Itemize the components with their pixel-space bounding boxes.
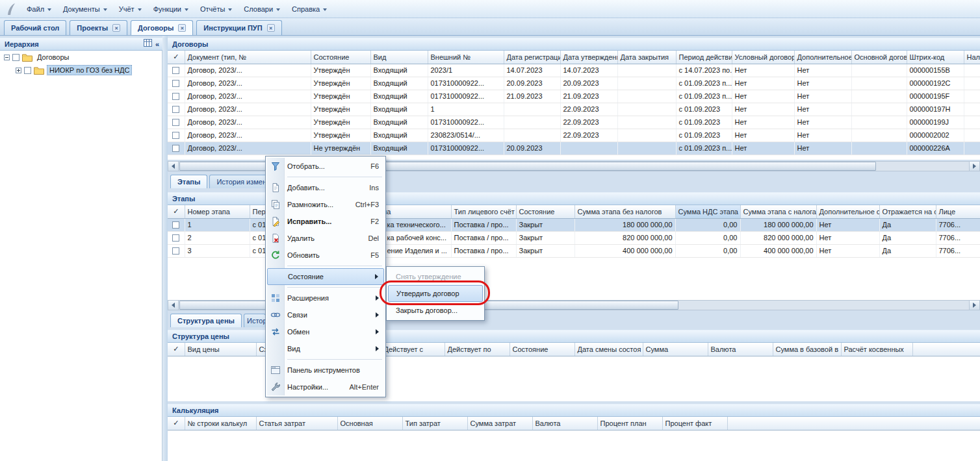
table-row[interactable]: Договор, 2023/...УтверждёнВходящий230823… (168, 129, 980, 142)
close-tab-icon[interactable] (112, 24, 120, 32)
column-header[interactable]: Документ (тип, № (185, 51, 311, 64)
menu-reports[interactable]: Отчёты (194, 3, 238, 16)
table-row[interactable]: Договор, 2023/...УтверждёнВходящий017310… (168, 116, 980, 129)
menu-item-filter[interactable]: Отобрать...F6 (267, 158, 384, 175)
select-all-header[interactable]: ✓ (168, 205, 185, 218)
scroll-right-icon[interactable] (969, 301, 979, 310)
row-checkbox[interactable] (172, 67, 179, 74)
column-header[interactable]: Тип затрат (402, 417, 467, 430)
column-header[interactable]: Дата утверждения (560, 51, 617, 64)
menu-item-approve-contract[interactable]: Утвердить договор (388, 285, 483, 302)
column-header[interactable]: Тип лицевого счёт (451, 205, 516, 218)
column-header[interactable]: Основная (337, 417, 402, 430)
table-row[interactable]: Договор, 2023/...УтверждёнВходящий2023/1… (168, 64, 980, 77)
menu-accounting[interactable]: Учёт (113, 3, 148, 16)
column-header[interactable]: Дата регистрации (504, 51, 560, 64)
tree-node-niokr[interactable]: НИОКР по ГОЗ без НДС (0, 64, 162, 77)
menu-item-state[interactable]: Состояние (267, 268, 384, 285)
menu-file[interactable]: Файл (21, 3, 57, 16)
menu-item-links[interactable]: Связи (267, 306, 384, 323)
menu-item-edit[interactable]: Исправить...F2 (267, 213, 384, 230)
menu-item-delete[interactable]: УдалитьDel (267, 230, 384, 247)
column-header[interactable]: Валюта (532, 417, 597, 430)
menu-item-exchange[interactable]: Обмен (267, 323, 384, 340)
column-header[interactable]: Вид (370, 51, 428, 64)
scroll-right-icon[interactable] (969, 162, 979, 171)
panel-splitter[interactable] (162, 36, 168, 461)
table-row[interactable]: Договор, 2023/...УтверждёнВходящий017310… (168, 77, 980, 90)
row-checkbox[interactable] (172, 234, 179, 242)
tab-pup-instructions[interactable]: Инструкции ПУП (196, 20, 281, 35)
tab-price-structure[interactable]: Структура цены (170, 314, 242, 327)
column-header[interactable]: Нало (964, 51, 980, 64)
collapse-node-icon[interactable] (4, 55, 10, 60)
column-header[interactable]: Отражается на су (879, 205, 936, 218)
table-row[interactable]: Договор, 2023/...Не утверждёнВходящий017… (168, 142, 980, 155)
scroll-left-icon[interactable] (168, 162, 179, 171)
expand-node-icon[interactable] (16, 68, 21, 73)
menu-help[interactable]: Справка (286, 3, 333, 16)
node-checkbox[interactable] (24, 67, 31, 74)
table-row[interactable]: Договор, 2023/...УтверждёнВходящий017310… (168, 90, 980, 103)
column-header[interactable]: Состояние (311, 51, 370, 64)
column-header[interactable]: Процент план (597, 417, 662, 430)
close-tab-icon[interactable] (267, 24, 275, 32)
tree-node-contracts[interactable]: Договоры (0, 51, 162, 64)
row-checkbox[interactable] (172, 221, 179, 229)
column-header[interactable]: Номер этапа (185, 205, 250, 218)
collapse-panel-icon[interactable] (155, 38, 159, 50)
column-header[interactable]: Основной договор (851, 51, 907, 64)
tab-contracts[interactable]: Договоры (131, 20, 193, 35)
tab-desktop[interactable]: Рабочий стол (4, 20, 66, 35)
column-header[interactable]: Сумма (643, 343, 708, 356)
column-header[interactable]: Валюта (708, 343, 773, 356)
column-header[interactable]: Дата смены состоя (574, 343, 643, 356)
menu-item-view[interactable]: Вид (267, 340, 384, 357)
column-header[interactable]: Сумма этапа без налогов (574, 205, 675, 218)
column-header[interactable]: Штрих-код (907, 51, 964, 64)
column-header[interactable] (912, 343, 980, 356)
column-header[interactable]: Статья затрат (256, 417, 337, 430)
tab-price-history[interactable]: История изменений (244, 314, 266, 327)
table-row[interactable]: Договор, 2023/...УтверждёнВходящий122.09… (168, 103, 980, 116)
column-header[interactable]: Дополнительное с (794, 51, 851, 64)
menu-documents[interactable]: Документы (57, 3, 113, 16)
row-checkbox[interactable] (172, 119, 179, 126)
menu-item-refresh[interactable]: ОбновитьF5 (267, 247, 384, 264)
column-header[interactable]: Сумма этапа с налогами (740, 205, 816, 218)
row-checkbox[interactable] (172, 93, 179, 100)
column-header[interactable]: Вид цены (185, 343, 256, 356)
menu-item-close-contract[interactable]: Закрыть договор... (388, 302, 483, 319)
scroll-left-icon[interactable] (168, 301, 179, 310)
column-header[interactable]: Состояние (509, 343, 574, 356)
menu-item-toolbar-panel[interactable]: Панель инструментов (267, 362, 384, 379)
column-header[interactable] (727, 417, 980, 430)
column-header[interactable]: Процент факт (662, 417, 727, 430)
menu-item-settings[interactable]: Настройки...Alt+Enter (267, 379, 384, 395)
column-header[interactable]: Дополнительное с (816, 205, 879, 218)
menu-functions[interactable]: Функции (148, 3, 194, 16)
select-all-header[interactable]: ✓ (168, 51, 185, 64)
column-header[interactable]: Условный договор (732, 51, 794, 64)
tab-stages[interactable]: Этапы (170, 175, 207, 188)
column-header[interactable]: Лице (936, 205, 980, 218)
menu-dictionaries[interactable]: Словари (238, 3, 286, 16)
menu-item-duplicate[interactable]: Размножить...Ctrl+F3 (267, 196, 384, 213)
select-all-header[interactable]: ✓ (168, 417, 185, 430)
hierarchy-view-icon[interactable] (144, 38, 152, 50)
select-all-header[interactable]: ✓ (168, 343, 185, 356)
column-header[interactable]: Состояние (516, 205, 574, 218)
menu-item-extensions[interactable]: Расширения (267, 290, 384, 306)
column-header[interactable]: Сумма в базовой в (773, 343, 841, 356)
row-checkbox[interactable] (172, 247, 179, 255)
tab-projects[interactable]: Проекты (70, 20, 127, 35)
node-checkbox[interactable] (12, 54, 19, 61)
column-header[interactable]: Сумма НДС этапа (675, 205, 740, 218)
column-header[interactable]: Внешний № (428, 51, 504, 64)
column-header[interactable]: № строки калькул (185, 417, 256, 430)
row-checkbox[interactable] (172, 80, 179, 87)
column-header[interactable]: Дата закрытия (617, 51, 676, 64)
menu-item-add[interactable]: Добавить...Ins (267, 179, 384, 196)
close-tab-icon[interactable] (178, 24, 186, 32)
column-header[interactable]: Действует по (445, 343, 509, 356)
